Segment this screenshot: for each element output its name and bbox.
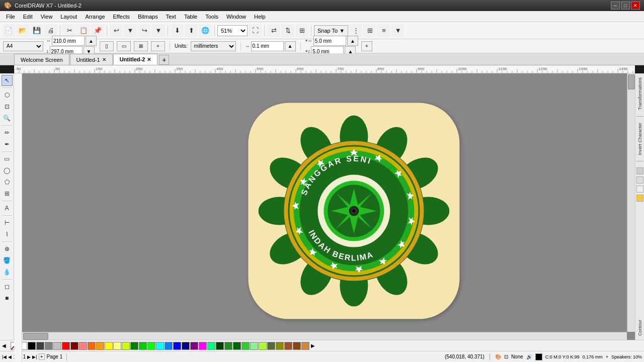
page-first-button[interactable]: |◀ [2,354,7,359]
export-button[interactable]: ⬆ [185,24,198,37]
tool-outline[interactable]: ◻ [2,281,13,292]
open-button[interactable]: 📂 [16,24,29,37]
tab-welcome[interactable]: Welcome Screen [14,54,69,65]
scrollbar-h-thumb[interactable] [23,333,48,340]
swatch-navy[interactable] [182,342,190,350]
zoom-full-button[interactable]: ⛶ [249,24,262,37]
cut-button[interactable]: ✂ [63,24,76,37]
publish-button[interactable]: 🌐 [199,24,212,37]
menu-help[interactable]: Help [250,11,270,22]
tool-eyedropper[interactable]: 💧 [2,266,13,278]
swatch-green[interactable] [139,342,147,350]
page-add-button[interactable]: + [39,353,45,360]
undo-button[interactable]: ↩ [110,24,123,37]
maximize-button[interactable]: □ [621,2,630,10]
scrollbar-h[interactable] [22,332,627,340]
landscape-button[interactable]: ▭ [117,41,131,51]
swatch-red[interactable] [62,342,70,350]
minimize-button[interactable]: ─ [611,2,620,10]
swatch-dark-gray[interactable] [36,342,44,350]
panel-contour[interactable]: Contour [637,318,642,338]
page-prev-button[interactable]: ◀ [8,354,12,359]
swatch-blue[interactable] [173,342,181,350]
new-button[interactable]: 📄 [2,24,15,37]
nudge-input[interactable] [251,41,284,51]
width-input[interactable] [52,36,85,46]
swatch-light-yellow[interactable] [113,342,121,350]
align-button[interactable]: ≡ [377,24,390,37]
swatch-yellow[interactable] [105,342,113,350]
tool-polygon[interactable]: ⬠ [2,176,13,188]
tool-crop[interactable]: ⊡ [2,101,13,112]
portrait-button[interactable]: ▯ [100,41,114,51]
redo-button[interactable]: ↪ [138,24,151,37]
dup-x-up[interactable]: ▲ [347,36,358,46]
page-last-button[interactable]: ▶| [32,354,37,359]
tool-ellipse[interactable]: ◯ [2,165,13,176]
right-color-swatch-3[interactable] [636,186,643,193]
mirror-h-button[interactable]: ⇄ [267,24,280,37]
swatch-mint[interactable] [207,342,215,350]
swatch-sienna[interactable] [284,342,292,350]
undo-arrow-button[interactable]: ▼ [124,24,137,37]
menu-text[interactable]: Text [162,11,180,22]
width-up[interactable]: ▲ [86,36,97,46]
swatch-light-green[interactable] [250,342,258,350]
swatch-silver[interactable] [53,342,61,350]
swatch-dark-green[interactable] [130,342,138,350]
close-button[interactable]: ✕ [631,2,640,10]
swatch-peru[interactable] [301,342,309,350]
swatch-olive[interactable] [267,342,275,350]
page-next-button[interactable]: ▶ [27,354,31,359]
swatch-forest[interactable] [216,342,224,350]
swatch-maroon[interactable] [70,342,78,350]
tool-rectangle[interactable]: ▭ [2,153,13,164]
swatch-lime[interactable] [242,342,250,350]
swatch-purple[interactable] [190,342,198,350]
menu-view[interactable]: View [37,11,57,22]
status-coords[interactable]: (540.018, 40.371) [445,354,485,359]
page-name-button[interactable]: Page 1 [47,354,63,359]
menu-tools[interactable]: Tools [201,11,222,22]
swatch-cyan[interactable] [156,342,164,350]
tool-connector[interactable]: ⌇ [2,229,13,240]
menu-arrange[interactable]: Arrange [81,11,109,22]
menu-window[interactable]: Window [222,11,250,22]
tool-fill[interactable]: 🪣 [2,255,13,266]
swatch-magenta[interactable] [199,342,207,350]
units-select[interactable]: millimeters inches pixels [191,41,236,51]
snap-options-button[interactable]: ⋮ [349,24,362,37]
panel-invert-character[interactable]: Invert Character [637,121,642,157]
right-color-swatch-1[interactable] [636,167,643,174]
palette-scroll-left[interactable]: ◀ [2,343,8,348]
swatch-brown[interactable] [293,342,301,350]
nudge-up[interactable]: ▲ [285,41,296,51]
tool-text[interactable]: A [2,203,13,214]
redo-arrow-button[interactable]: ▼ [152,24,165,37]
tab-untitled1-close[interactable]: ✕ [102,57,106,62]
print-button[interactable]: 🖨 [44,24,57,37]
tool-color-fill[interactable]: ■ [2,293,13,304]
swatch-black[interactable] [28,342,36,350]
page-add-button[interactable]: + [151,41,165,51]
right-color-swatch-2[interactable] [636,176,643,184]
status-fill-swatch[interactable] [535,353,542,360]
tool-curve[interactable]: ✏ [2,127,13,138]
menu-layout[interactable]: Layout [56,11,81,22]
snap-to-button[interactable]: Snap To ▼ [314,25,348,36]
tool-node[interactable]: ⬡ [2,89,13,101]
align-arrow-button[interactable]: ▼ [391,24,405,37]
swatch-gray[interactable] [45,342,53,350]
paper-size-select[interactable]: A4 A3 Letter [3,41,43,51]
swatch-light-blue[interactable] [165,342,173,350]
copy-button[interactable]: 📋 [77,24,90,37]
panel-transformations[interactable]: Transformations [637,75,642,112]
status-zoom-in[interactable]: + [606,354,608,359]
swatch-pink[interactable] [79,342,87,350]
palette-scroll-right[interactable]: ▶ [311,343,317,348]
menu-effects[interactable]: Effects [109,11,134,22]
status-snap-icon[interactable]: ⊡ [504,354,508,359]
tool-blend[interactable]: ⊕ [2,243,13,254]
tool-smart-draw[interactable]: ✒ [2,139,13,150]
distribute-button[interactable]: ⊞ [295,24,308,37]
